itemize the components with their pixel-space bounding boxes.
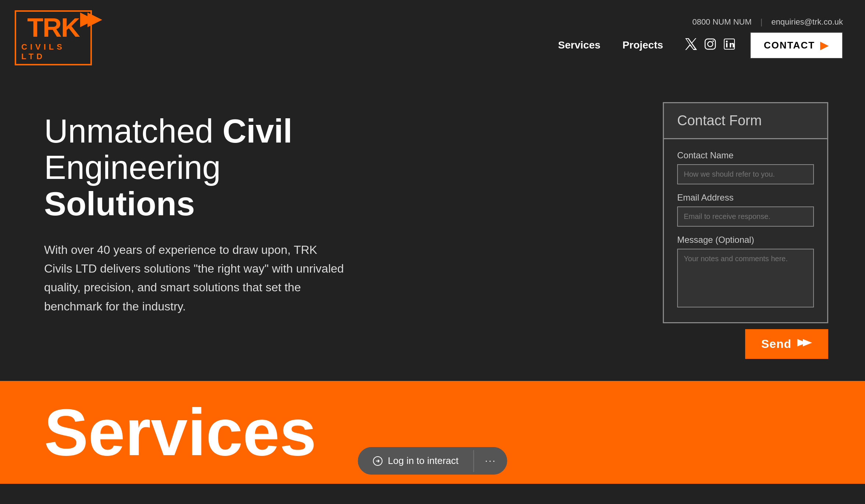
email-label: Email Address <box>677 192 814 203</box>
nav-projects-link[interactable]: Projects <box>622 39 663 51</box>
contact-name-input[interactable] <box>677 164 814 184</box>
contact-form: Contact Form Contact Name Email Address … <box>663 102 828 323</box>
form-title: Contact Form <box>677 113 814 129</box>
svg-marker-1 <box>87 12 102 27</box>
logo-wrapper: TRK CIVILS LTD <box>15 10 92 65</box>
contact-name-field: Contact Name <box>677 150 814 184</box>
main-content: Unmatched Civil Engineering Solutions Wi… <box>0 73 865 381</box>
login-icon <box>372 456 383 466</box>
nav-bottom: Services Projects CONTACT ▶ <box>558 32 843 59</box>
login-overlay: Log in to interact ··· <box>358 447 507 475</box>
email-address: enquiries@trk.co.uk <box>771 17 843 27</box>
logo-trk: TRK <box>27 14 79 41</box>
linkedin-social-icon[interactable] <box>723 38 735 53</box>
headline-civil: Civil <box>222 113 292 150</box>
message-label: Message (Optional) <box>677 235 814 245</box>
login-text: Log in to interact <box>388 455 458 467</box>
instagram-social-icon[interactable] <box>704 38 716 53</box>
send-arrow-icon <box>797 337 812 351</box>
form-title-bar: Contact Form <box>664 103 827 139</box>
svg-point-3 <box>708 42 713 47</box>
headline-engineering: Engineering <box>44 149 221 186</box>
send-button[interactable]: Send <box>745 329 828 359</box>
contact-name-label: Contact Name <box>677 150 814 161</box>
header: TRK CIVILS LTD 0800 NUM NUM | enquiries@… <box>0 0 865 73</box>
nav-services-link[interactable]: Services <box>558 39 600 51</box>
svg-point-7 <box>726 40 728 42</box>
email-field: Email Address <box>677 192 814 227</box>
contact-button[interactable]: CONTACT ▶ <box>750 32 843 59</box>
svg-marker-9 <box>803 339 812 346</box>
login-dots-button[interactable]: ··· <box>474 447 507 475</box>
x-social-icon[interactable] <box>685 38 697 53</box>
form-body: Contact Name Email Address Message (Opti… <box>664 139 827 322</box>
nav-contact-info: 0800 NUM NUM | enquiries@trk.co.uk <box>692 17 843 27</box>
social-icons <box>685 38 735 53</box>
hero-headline: Unmatched Civil Engineering Solutions <box>44 113 375 222</box>
contact-button-label: CONTACT <box>764 40 815 51</box>
message-textarea[interactable] <box>677 249 814 307</box>
hero-section: Unmatched Civil Engineering Solutions Wi… <box>44 102 375 316</box>
svg-rect-6 <box>726 43 728 47</box>
phone-number: 0800 NUM NUM <box>692 17 751 27</box>
contact-button-arrow-icon: ▶ <box>820 39 829 51</box>
logo-box: TRK CIVILS LTD <box>15 10 92 65</box>
logo-arrow-icon <box>80 9 102 31</box>
hero-description: With over 40 years of experience to draw… <box>44 241 346 316</box>
svg-rect-2 <box>705 39 715 49</box>
svg-point-4 <box>712 40 714 42</box>
send-button-wrapper: Send <box>745 329 828 359</box>
message-field: Message (Optional) <box>677 235 814 309</box>
nav-separator: | <box>761 17 763 27</box>
logo-civils: CIVILS LTD <box>21 42 85 61</box>
nav-right: 0800 NUM NUM | enquiries@trk.co.uk Servi… <box>558 17 843 59</box>
email-input[interactable] <box>677 206 814 227</box>
send-button-label: Send <box>761 337 791 351</box>
login-button[interactable]: Log in to interact <box>358 447 473 475</box>
form-area: Contact Form Contact Name Email Address … <box>663 102 828 359</box>
headline-unmatched: Unmatched <box>44 113 222 150</box>
headline-solutions: Solutions <box>44 186 195 222</box>
